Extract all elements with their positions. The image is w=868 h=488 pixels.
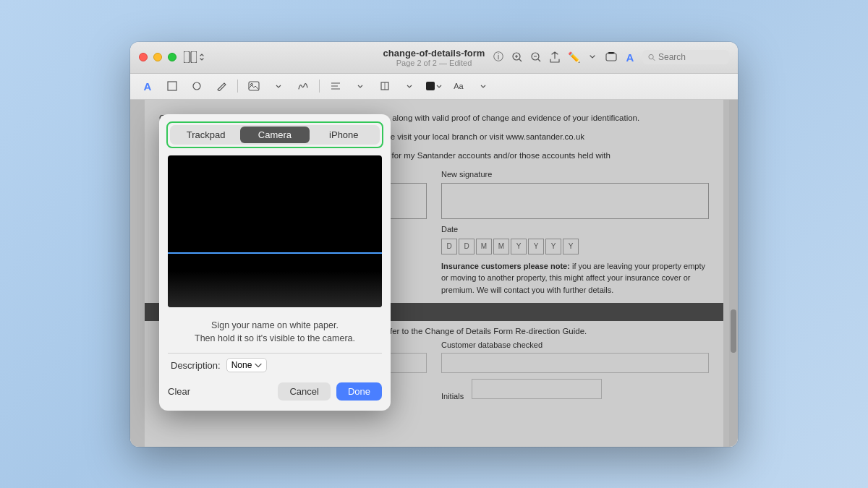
titlebar: change-of-details-form Page 2 of 2 — Edi… [130, 42, 738, 74]
titlebar-left [139, 51, 205, 63]
window-subtitle: Page 2 of 2 — Edited [383, 59, 485, 67]
tabs-container-bordered: Trackpad Camera iPhone [166, 121, 383, 148]
maximize-button[interactable] [168, 53, 176, 61]
font-size-btn[interactable]: Aa [448, 77, 469, 95]
svg-line-8 [538, 59, 540, 61]
align-btn[interactable] [326, 77, 346, 95]
color-btn[interactable] [424, 77, 444, 95]
tab-iphone[interactable]: iPhone [310, 127, 378, 143]
signature-modal: Trackpad Camera iPhone Sign your name on… [159, 114, 391, 411]
font-chevron[interactable] [473, 77, 493, 95]
camera-line [168, 252, 382, 254]
cancel-button[interactable]: Cancel [278, 382, 330, 401]
box-btn[interactable] [375, 77, 395, 95]
svg-rect-1 [191, 51, 197, 63]
modal-buttons: Clear Cancel Done [159, 377, 391, 411]
rect-tool-btn[interactable] [162, 77, 182, 95]
shapes-btn[interactable] [187, 77, 207, 95]
zoom-in-icon[interactable] [511, 51, 524, 64]
svg-point-13 [193, 82, 200, 90]
close-button[interactable] [139, 53, 148, 61]
instruction-line-2: Then hold it so it's visible to the came… [171, 332, 379, 346]
clear-button[interactable]: Clear [168, 386, 190, 397]
app-window: change-of-details-form Page 2 of 2 — Edi… [130, 42, 738, 447]
zoom-out-icon[interactable] [529, 51, 542, 64]
description-label: Description: [171, 360, 221, 371]
share-icon[interactable] [548, 51, 561, 64]
svg-rect-0 [184, 51, 190, 63]
titlebar-center: change-of-details-form Page 2 of 2 — Edi… [383, 48, 485, 67]
traffic-lights [139, 53, 176, 61]
toolbar-sep-2 [319, 80, 320, 93]
svg-line-11 [653, 59, 655, 60]
annotate-icon[interactable]: A [624, 51, 637, 64]
svg-rect-12 [168, 82, 176, 90]
window-title: change-of-details-form [383, 48, 485, 59]
camera-view [168, 155, 382, 307]
tab-trackpad[interactable]: Trackpad [171, 127, 240, 143]
tab-camera[interactable]: Camera [240, 127, 309, 143]
camera-bottom-fade [168, 271, 382, 307]
search-box[interactable] [642, 50, 729, 64]
markup-icon[interactable]: ✏️ [567, 51, 580, 64]
svg-line-5 [519, 59, 522, 61]
svg-rect-14 [249, 82, 259, 90]
info-icon[interactable]: ⓘ [492, 51, 505, 64]
tab-container: Trackpad Camera iPhone [170, 125, 380, 145]
description-select[interactable]: None [226, 358, 268, 372]
instruction-line-1: Sign your name on white paper. [171, 319, 379, 333]
done-button[interactable]: Done [336, 382, 382, 401]
image-btn[interactable] [244, 77, 264, 95]
markup-chevron[interactable] [586, 51, 599, 64]
toolbar-sep-1 [237, 80, 238, 93]
image-chevron[interactable] [268, 77, 289, 95]
signature-btn[interactable] [293, 77, 313, 95]
modal-overlay: Trackpad Camera iPhone Sign your name on… [130, 100, 738, 447]
titlebar-right: ⓘ ✏️ A [492, 50, 729, 64]
search-input[interactable] [658, 52, 723, 62]
align-chevron[interactable] [350, 77, 370, 95]
export-icon[interactable] [605, 51, 618, 64]
pen-tool-btn[interactable] [211, 77, 231, 95]
description-row: Description: None [159, 354, 391, 377]
view-icon[interactable] [184, 51, 205, 63]
box-chevron[interactable] [399, 77, 420, 95]
content-area: Once you have completed the form, you ne… [130, 100, 738, 447]
svg-point-10 [649, 54, 653, 59]
minimize-button[interactable] [153, 53, 162, 61]
svg-rect-9 [606, 53, 616, 61]
toolbar: A [130, 74, 738, 100]
camera-instructions: Sign your name on white paper. Then hold… [159, 314, 391, 354]
text-tool-btn[interactable]: A [137, 77, 158, 95]
